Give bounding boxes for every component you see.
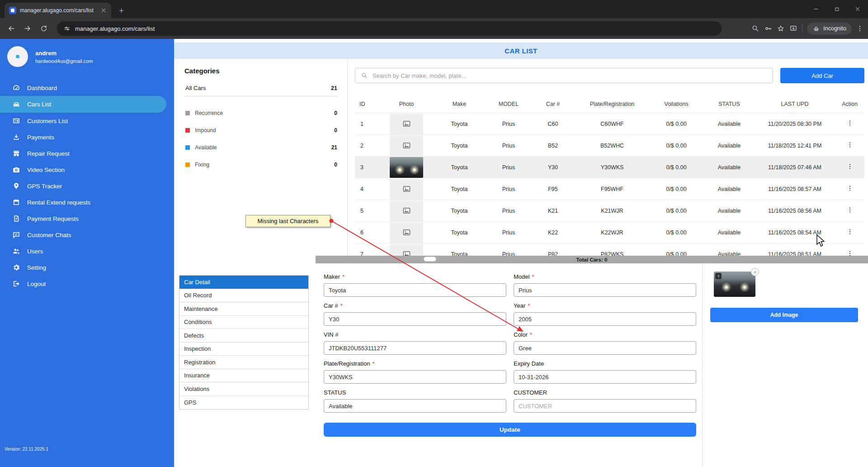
car-row-1[interactable]: 1 Toyota Prius C60 C60WHF 0/$ 0.00 Avail… <box>355 113 864 135</box>
row-actions-button[interactable] <box>844 139 855 152</box>
menu-dots-icon[interactable] <box>856 25 863 32</box>
sidebar-item-gps-tracker[interactable]: GPS Tracker <box>0 178 174 194</box>
add-car-button[interactable]: Add Car <box>780 68 864 83</box>
detail-tab-inspection[interactable]: Inspection <box>179 343 308 356</box>
site-settings-icon[interactable] <box>63 25 71 32</box>
search-box[interactable] <box>355 68 773 83</box>
car-row-6[interactable]: 6 Toyota Prius K22 K22WJR 0/$ 0.00 Avail… <box>355 222 864 243</box>
all-cars-row[interactable]: All Cars 21 <box>184 85 338 96</box>
row-actions-button[interactable] <box>844 118 855 130</box>
car-image-thumbnail[interactable] <box>714 272 755 297</box>
tab-close-icon[interactable] <box>100 7 107 14</box>
url-text: manager.alugago.com/cars/list <box>75 25 155 32</box>
sidebar-item-payments[interactable]: Payments <box>0 129 174 145</box>
detail-tab-car-detail[interactable]: Car Detail <box>179 276 308 289</box>
close-button[interactable] <box>847 0 868 18</box>
column-header-voilations: Voilations <box>649 101 704 107</box>
category-available[interactable]: Available 21 <box>184 139 338 156</box>
detail-tab-oil-record[interactable]: Oil Record <box>179 289 308 303</box>
forward-button[interactable] <box>21 22 34 35</box>
detail-tab-registration[interactable]: Registration <box>179 356 308 369</box>
column-header-plate-registration: Plate/Registration <box>576 101 649 107</box>
incognito-badge: Incognito <box>807 23 852 35</box>
category-impound[interactable]: Impound 0 <box>184 122 338 139</box>
field-year: Year* <box>514 302 696 326</box>
categories-title: Categories <box>184 67 338 75</box>
detail-tab-insurance[interactable]: Insurance <box>179 369 308 383</box>
required-asterisk: * <box>532 273 534 280</box>
car-row-4[interactable]: 4 Toyota Prius F95 F95WHF 0/$ 0.00 Avail… <box>355 178 864 200</box>
all-cars-label: All Cars <box>185 85 206 91</box>
input-expiry-date[interactable] <box>514 370 696 384</box>
input-color[interactable] <box>514 341 696 355</box>
scroll-handle[interactable] <box>424 257 436 262</box>
row-actions-button[interactable] <box>844 205 855 217</box>
minimize-icon <box>813 6 819 12</box>
detail-tab-violations[interactable]: Violations <box>179 382 308 396</box>
car-row-5[interactable]: 5 Toyota Prius K21 K21WJR 0/$ 0.00 Avail… <box>355 200 864 222</box>
sidebar-item-customer-chats[interactable]: Customer Chats <box>0 227 174 243</box>
input-customer[interactable] <box>514 399 696 413</box>
minimize-button[interactable] <box>806 0 826 18</box>
category-color-swatch <box>185 145 190 150</box>
sidebar-item-users[interactable]: Users <box>0 243 174 259</box>
update-button[interactable]: Update <box>324 423 696 437</box>
row-actions-button[interactable] <box>844 248 855 256</box>
page-title-bar: CAR LIST <box>174 43 868 59</box>
image-upload-icon <box>715 273 722 279</box>
row-actions-button[interactable] <box>844 183 855 195</box>
forward-icon <box>23 24 32 33</box>
user-email: hardwood4us@gmail.com <box>35 58 93 64</box>
column-header-model: MODEL <box>487 101 530 107</box>
new-tab-button[interactable] <box>115 4 127 17</box>
add-image-button[interactable]: Add Image <box>710 308 858 322</box>
sidebar-item-dashboard[interactable]: Dashboard <box>0 80 174 96</box>
input-plate-registration[interactable] <box>324 370 506 384</box>
category-recurrence[interactable]: Recurrence 0 <box>184 105 338 122</box>
reload-button[interactable] <box>37 22 51 35</box>
sidebar-item-video-section[interactable]: Video Section <box>0 162 174 178</box>
calendar-icon <box>12 198 20 206</box>
column-header-car: Car # <box>530 101 576 107</box>
back-button[interactable] <box>5 22 18 35</box>
sidebar-item-payment-requests[interactable]: Payment Requests <box>0 210 174 227</box>
sidebar-item-cars-list[interactable]: Cars List <box>0 96 166 113</box>
remove-image-button[interactable] <box>751 268 759 276</box>
input-model[interactable] <box>514 283 696 297</box>
car-row-3[interactable]: 3 Toyota Prius Y30 Y30WKS 0/$ 0.00 Avail… <box>355 157 864 178</box>
field-model: Model* <box>514 273 696 297</box>
car-row-7[interactable]: 7 Toyota Prius P82 P82WKS 0/$ 0.00 Avail… <box>355 243 864 256</box>
bookmark-star-icon[interactable] <box>777 24 785 33</box>
maximize-icon <box>834 6 840 12</box>
chat-icon <box>12 231 20 239</box>
row-actions-button[interactable] <box>844 161 855 173</box>
url-bar[interactable]: manager.alugago.com/cars/list <box>57 21 722 36</box>
sidebar-item-customers-list[interactable]: Customers List <box>0 113 174 129</box>
sidebar-item-rental-extend-requests[interactable]: Rental Extend requests <box>0 194 174 210</box>
row-actions-button[interactable] <box>844 226 855 238</box>
detail-tab-gps[interactable]: GPS <box>179 396 308 410</box>
detail-tab-maintenance[interactable]: Maintenance <box>179 302 308 316</box>
maximize-button[interactable] <box>826 0 847 18</box>
input-status[interactable] <box>324 399 506 413</box>
browser-tab[interactable]: manager.alugago.com/cars/list <box>5 3 111 18</box>
detail-tab-defects[interactable]: Defects <box>179 329 308 343</box>
input-maker[interactable] <box>324 283 506 297</box>
car-row-2[interactable]: 2 Toyota Prius B52 B52WHC 0/$ 0.00 Avail… <box>355 135 864 157</box>
sidebar-item-setting[interactable]: Setting <box>0 259 174 276</box>
input-car[interactable] <box>324 312 506 326</box>
user-profile[interactable]: andrem hardwood4us@gmail.com <box>0 39 174 67</box>
save-to-device-icon[interactable] <box>789 24 797 33</box>
zoom-icon[interactable] <box>751 24 760 33</box>
password-key-icon[interactable] <box>764 24 772 33</box>
total-cars-text: Total Cars: 0 <box>576 257 608 262</box>
input-year[interactable] <box>514 312 696 326</box>
category-fixing[interactable]: Fixing 0 <box>184 156 338 173</box>
search-input[interactable] <box>373 72 767 79</box>
detail-tab-conditions[interactable]: Conditions <box>179 316 308 329</box>
sidebar-item-logout[interactable]: Logout <box>0 276 174 292</box>
video-icon <box>12 166 20 174</box>
input-vin[interactable] <box>324 341 506 355</box>
photo-placeholder-icon <box>390 200 423 221</box>
sidebar-item-repair-request[interactable]: Repair Request <box>0 145 174 162</box>
